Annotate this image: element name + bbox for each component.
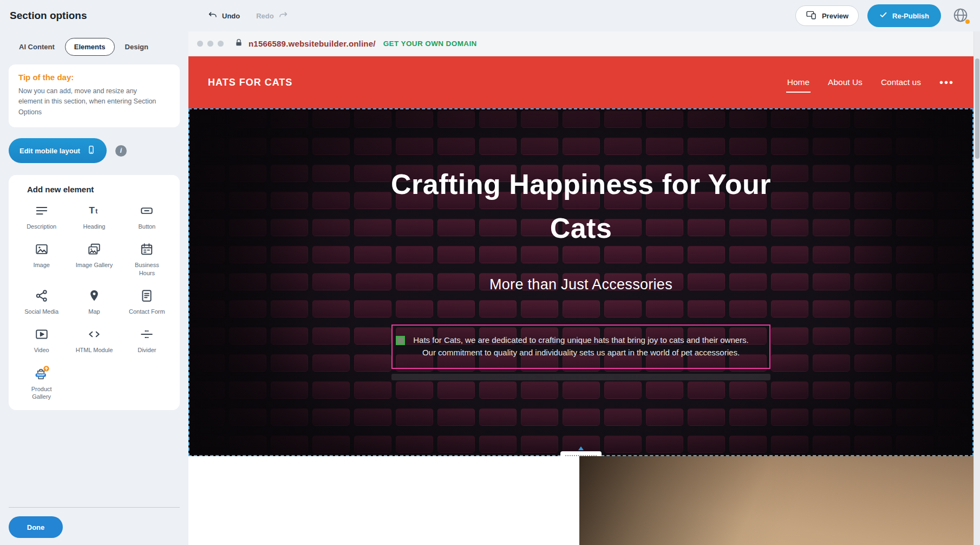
element-grid: Description Tt Heading Button — [15, 203, 173, 400]
get-domain-link[interactable]: GET YOUR OWN DOMAIN — [383, 40, 477, 48]
window-dot — [218, 41, 224, 47]
sidebar-bottom: Done — [0, 507, 188, 545]
element-map[interactable]: Map — [68, 288, 120, 315]
business-hours-icon — [140, 241, 154, 257]
element-divider[interactable]: Divider — [121, 326, 173, 354]
button-icon — [140, 203, 154, 219]
browser-bar: n1566589.websitebuilder.online/ GET YOUR… — [188, 31, 974, 56]
element-label: Business Hours — [127, 261, 166, 277]
element-label: Contact Form — [129, 308, 165, 315]
map-pin-icon — [87, 288, 101, 304]
preview-button[interactable]: Preview — [795, 5, 859, 26]
paragraph-line: Hats for Cats, we are dedicated to craft… — [413, 334, 749, 347]
resize-arrow-up-icon — [578, 446, 584, 450]
nav-item-contact[interactable]: Contact us — [881, 77, 921, 87]
element-label: Product Gallery — [22, 385, 61, 401]
window-dot — [197, 41, 203, 47]
mobile-layout-row: Edit mobile layout i — [9, 138, 180, 163]
paragraph-line: Our commitment to quality and individual… — [422, 347, 740, 359]
done-button[interactable]: Done — [9, 516, 63, 538]
element-label: Button — [138, 223, 155, 230]
svg-text:T: T — [89, 205, 95, 216]
image-icon — [35, 241, 49, 257]
window-dots — [197, 41, 224, 47]
hero-section[interactable]: Crafting Happiness for Your Cats More th… — [188, 108, 974, 456]
next-section-photo — [579, 456, 974, 545]
check-icon — [879, 11, 887, 21]
hero-content: Crafting Happiness for Your Cats More th… — [188, 108, 974, 456]
svg-text:t: t — [95, 208, 97, 216]
sidebar-tabs: AI Content Elements Design — [10, 38, 179, 56]
tip-card: Tip of the day: Now you can add, move an… — [9, 64, 180, 127]
contact-form-icon — [140, 288, 154, 304]
page-scrollbar — [974, 31, 980, 545]
undo-label: Undo — [222, 12, 240, 20]
element-label: Divider — [138, 346, 156, 354]
video-icon — [35, 326, 49, 342]
heading-icon: Tt — [87, 203, 101, 219]
site-logo[interactable]: HATS FOR CATS — [208, 77, 292, 88]
notification-dot — [965, 20, 970, 24]
element-business-hours[interactable]: Business Hours — [121, 241, 173, 277]
undo-button[interactable]: Undo — [208, 10, 240, 22]
scrollbar-thumb[interactable] — [975, 59, 979, 159]
redo-icon — [278, 10, 288, 22]
info-icon[interactable]: i — [115, 145, 127, 157]
hero-subheading[interactable]: More than Just Accessories — [489, 276, 672, 293]
add-element-title: Add new element — [27, 185, 173, 194]
app: Section options Undo Redo Preview — [0, 0, 980, 545]
element-label: HTML Module — [76, 346, 113, 354]
element-label: Heading — [83, 223, 106, 230]
phone-icon — [87, 145, 96, 156]
element-label: Image Gallery — [76, 261, 113, 269]
svg-text:SHOP: SHOP — [37, 374, 45, 377]
element-drag-handle[interactable] — [396, 336, 405, 345]
element-label: Video — [34, 346, 49, 354]
element-description[interactable]: Description — [15, 203, 68, 230]
element-heading[interactable]: Tt Heading — [68, 203, 120, 230]
tab-ai-content[interactable]: AI Content — [10, 38, 64, 56]
element-button[interactable]: Button — [121, 203, 173, 230]
element-social-media[interactable]: Social Media — [15, 288, 68, 315]
element-label: Image — [33, 261, 50, 269]
html-code-icon — [87, 326, 101, 342]
add-element-panel: Add new element Description Tt Heading — [9, 175, 180, 410]
nav-item-home[interactable]: Home — [787, 77, 809, 87]
edit-mobile-layout-button[interactable]: Edit mobile layout — [9, 138, 107, 163]
element-image-gallery[interactable]: Image Gallery — [68, 241, 120, 277]
republish-label: Re-Publish — [892, 12, 929, 20]
element-image[interactable]: Image — [15, 241, 68, 277]
next-section[interactable] — [188, 456, 974, 545]
window-dot — [207, 41, 213, 47]
republish-button[interactable]: Re-Publish — [867, 4, 941, 27]
devices-icon — [806, 10, 817, 22]
tab-design[interactable]: Design — [116, 38, 158, 56]
divider — [9, 507, 180, 508]
hero-heading[interactable]: Crafting Happiness for Your Cats — [381, 163, 781, 250]
resize-pill — [560, 451, 602, 456]
element-contact-form[interactable]: Contact Form — [121, 288, 173, 315]
redo-label: Redo — [256, 12, 274, 20]
sidebar: AI Content Elements Design Tip of the da… — [0, 31, 188, 545]
history-controls: Undo Redo — [208, 10, 288, 22]
redo-button[interactable]: Redo — [256, 10, 288, 22]
page-title: Section options — [10, 10, 188, 22]
element-video[interactable]: Video — [15, 326, 68, 354]
element-html-module[interactable]: HTML Module — [68, 326, 120, 354]
site-preview: HATS FOR CATS Home About Us Contact us •… — [188, 56, 974, 545]
nav-item-about[interactable]: About Us — [828, 77, 863, 87]
language-globe-button[interactable] — [950, 5, 971, 27]
undo-icon — [208, 10, 218, 22]
element-product-gallery[interactable]: SHOP Product Gallery — [15, 365, 68, 401]
preview-label: Preview — [822, 12, 848, 20]
tab-elements[interactable]: Elements — [65, 38, 115, 56]
tip-body: Now you can add, move and resize any ele… — [18, 86, 158, 118]
image-gallery-icon — [87, 241, 101, 257]
site-header[interactable]: HATS FOR CATS Home About Us Contact us •… — [188, 56, 974, 108]
topbar: Section options Undo Redo Preview — [0, 0, 980, 31]
site-url[interactable]: n1566589.websitebuilder.online/ — [249, 39, 376, 48]
hero-paragraph-selected[interactable]: Hats for Cats, we are dedicated to craft… — [391, 325, 770, 369]
main-canvas: n1566589.websitebuilder.online/ GET YOUR… — [188, 31, 974, 545]
nav-more-icon[interactable]: ••• — [939, 79, 954, 86]
section-resize-handle[interactable] — [560, 446, 602, 456]
